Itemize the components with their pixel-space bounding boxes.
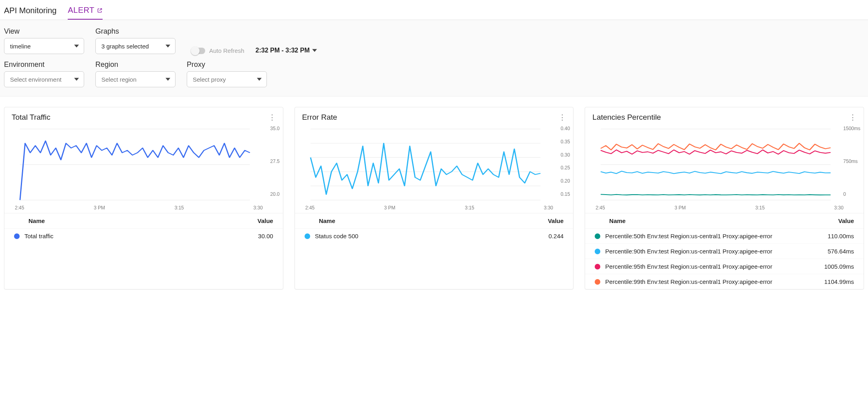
time-range-value: 2:32 PM - 3:32 PM [256, 47, 310, 54]
external-link-icon [97, 8, 103, 13]
more-menu-icon[interactable]: ⋮ [559, 114, 566, 121]
card-latency: Latencies Percentile⋮1500ms750ms02:453 P… [585, 107, 864, 289]
select-proxy-placeholder: Select proxy [193, 76, 226, 83]
field-environment: Environment Select environment [4, 60, 84, 87]
select-environment-placeholder: Select environment [10, 76, 61, 83]
card-error: Error Rate⋮0.400.350.300.250.200.152:453… [295, 107, 574, 289]
legend-name: Percentile:99th Env:test Region:us-centr… [605, 278, 813, 285]
label-graphs: Graphs [95, 27, 176, 36]
legend-name: Status code 500 [315, 233, 523, 239]
label-view: View [4, 27, 84, 36]
x-tick: 2:45 [595, 205, 605, 211]
select-graphs[interactable]: 3 graphs selected [95, 38, 176, 54]
legend-name: Percentile:95th Env:test Region:us-centr… [605, 263, 813, 270]
x-tick: 3:15 [174, 205, 184, 211]
legend-body[interactable]: Percentile:50th Env:test Region:us-centr… [585, 228, 864, 289]
auto-refresh-toggle[interactable] [191, 48, 205, 54]
chevron-down-icon [312, 48, 317, 53]
legend-dot [595, 233, 600, 239]
legend-value: 1005.09ms [818, 263, 854, 270]
y-tick: 27.5 [270, 159, 279, 164]
label-region: Region [95, 60, 176, 69]
y-tick: 0.30 [561, 152, 570, 158]
filters-panel: View timeline Graphs 3 graphs selected A… [0, 20, 868, 96]
x-tick: 3 PM [94, 205, 105, 211]
chart-svg [16, 127, 277, 203]
legend-col-value: Value [822, 217, 854, 224]
chart-area: 1500ms750ms0 [585, 124, 864, 204]
chart-svg [307, 127, 568, 203]
card-title: Error Rate [302, 113, 337, 122]
x-tick: 3:30 [834, 205, 844, 211]
select-region-placeholder: Select region [101, 76, 137, 83]
legend-col-name: Name [28, 217, 241, 224]
legend-dot [305, 233, 310, 239]
x-tick: 3 PM [674, 205, 686, 211]
tab-alert[interactable]: ALERT [68, 3, 103, 20]
x-tick: 3:15 [755, 205, 765, 211]
legend-row: Percentile:50th Env:test Region:us-centr… [585, 228, 864, 243]
legend-value: 0.244 [527, 233, 563, 239]
auto-refresh-label: Auto Refresh [209, 47, 244, 54]
y-tick: 35.0 [270, 126, 279, 131]
time-range-picker[interactable]: 2:32 PM - 3:32 PM [256, 47, 317, 54]
field-graphs: Graphs 3 graphs selected [95, 27, 176, 54]
chart-area: 0.400.350.300.250.200.15 [295, 124, 573, 204]
select-graphs-value: 3 graphs selected [101, 43, 149, 50]
y-tick: 750ms [843, 159, 860, 164]
more-menu-icon[interactable]: ⋮ [268, 114, 276, 121]
select-view-value: timeline [10, 43, 31, 50]
y-tick: 0.40 [561, 126, 570, 131]
y-tick: 20.0 [270, 191, 279, 197]
legend-name: Total traffic [24, 233, 232, 239]
chevron-down-icon [74, 77, 79, 82]
legend-dot [595, 264, 600, 269]
card-traffic: Total Traffic⋮35.027.520.02:453 PM3:153:… [4, 107, 283, 289]
legend-col-value: Value [241, 217, 273, 224]
legend-col-value: Value [531, 217, 563, 224]
card-title: Latencies Percentile [592, 113, 661, 122]
field-view: View timeline [4, 27, 84, 54]
select-proxy[interactable]: Select proxy [187, 71, 267, 87]
y-tick: 0.20 [561, 178, 570, 184]
legend-col-name: Name [319, 217, 532, 224]
cards-grid: Total Traffic⋮35.027.520.02:453 PM3:153:… [0, 96, 868, 300]
y-tick: 1500ms [843, 126, 860, 131]
select-view[interactable]: timeline [4, 38, 84, 54]
chart-svg [597, 127, 858, 203]
legend-row: Percentile:90th Env:test Region:us-centr… [585, 243, 864, 259]
more-menu-icon[interactable]: ⋮ [849, 114, 856, 121]
legend-row: Percentile:99th Env:test Region:us-centr… [585, 274, 864, 289]
select-environment[interactable]: Select environment [4, 71, 84, 87]
label-proxy: Proxy [187, 60, 267, 69]
legend-body[interactable]: Status code 5000.244 [295, 228, 573, 243]
tab-alert-label: ALERT [68, 6, 95, 15]
select-region[interactable]: Select region [95, 71, 176, 87]
x-tick: 3:30 [253, 205, 262, 211]
legend-value: 110.00ms [818, 233, 854, 239]
chevron-down-icon [166, 44, 170, 48]
legend-value: 576.64ms [818, 248, 854, 255]
auto-refresh-control: Auto Refresh [191, 47, 244, 54]
legend-name: Percentile:50th Env:test Region:us-centr… [605, 233, 813, 239]
x-tick: 3:30 [544, 205, 553, 211]
legend-row: Total traffic30.00 [4, 228, 283, 243]
legend-name: Percentile:90th Env:test Region:us-centr… [605, 248, 813, 255]
chevron-down-icon [166, 77, 170, 82]
legend-value: 1104.99ms [818, 278, 854, 285]
x-tick: 3 PM [384, 205, 396, 211]
x-tick: 3:15 [465, 205, 474, 211]
legend-body[interactable]: Total traffic30.00 [4, 228, 283, 243]
x-tick: 2:45 [15, 205, 24, 211]
legend-dot [595, 279, 600, 285]
chart-area: 35.027.520.0 [4, 124, 283, 204]
y-tick: 0.35 [561, 139, 570, 145]
legend-dot [14, 233, 20, 239]
y-tick: 0 [843, 191, 860, 197]
label-environment: Environment [4, 60, 84, 69]
y-tick: 0.25 [561, 165, 570, 171]
chevron-down-icon [257, 77, 262, 82]
card-title: Total Traffic [12, 113, 50, 122]
tab-api-monitoring[interactable]: API Monitoring [4, 4, 57, 19]
field-proxy: Proxy Select proxy [187, 60, 267, 87]
